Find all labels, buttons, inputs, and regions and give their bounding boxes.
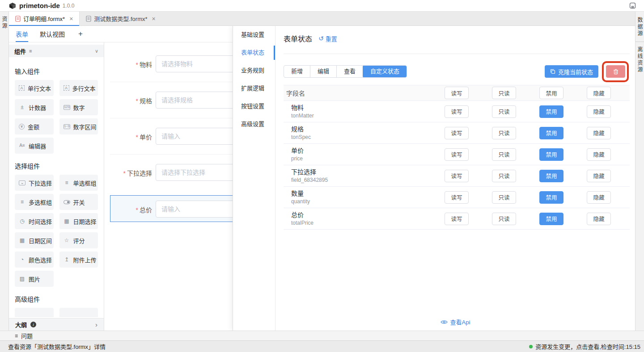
hidden-option-button[interactable]: 隐藏 [587,213,611,225]
state-tab-custom[interactable]: 自定义状态 [363,65,407,78]
component-number-range[interactable]: 1~3数字区间 [59,118,98,134]
readwrite-option-button[interactable]: 读写 [445,148,469,161]
outline-toggle[interactable]: 大纲 i › [9,318,104,331]
component-label: 数字区间 [73,122,97,131]
hidden-option-button[interactable]: 隐藏 [587,148,611,161]
readwrite-option-button[interactable]: 读写 [445,213,469,225]
dropdown-input[interactable] [156,164,233,181]
readonly-option-button[interactable]: 只读 [492,170,516,182]
table-row-quantity: 数量quantity 读写 只读 禁用 隐藏 [284,187,630,208]
component-label: 图片 [29,275,40,283]
problems-bar[interactable]: ≡ 问题 [0,331,644,340]
close-icon[interactable]: × [152,16,156,22]
total-price-input[interactable] [156,201,233,218]
clone-current-state-button[interactable]: 克隆当前状态 [545,65,598,78]
hidden-option-button[interactable]: 隐藏 [587,87,611,99]
field-label: *物料 [104,60,152,69]
menu-extension-logic[interactable]: 扩展逻辑 [233,80,275,97]
disabled-option-button[interactable]: 禁用 [539,148,564,161]
hidden-option-button[interactable]: 隐藏 [587,191,611,204]
component-image[interactable]: ▨图片 [15,271,54,287]
readonly-option-button[interactable]: 只读 [492,148,516,161]
menu-button-settings[interactable]: 按钮设置 [233,97,275,115]
menu-advanced-settings[interactable]: 高级设置 [233,115,275,133]
checkbox-group-icon: ≡ [19,199,25,205]
tab-default-view[interactable]: 默认视图 [40,26,65,42]
disabled-option-button[interactable]: 禁用 [539,87,564,99]
chevron-down-icon[interactable]: ∨ [95,48,98,54]
menu-business-rules[interactable]: 业务规则 [233,62,275,80]
disabled-option-button[interactable]: 禁用 [539,170,564,182]
disabled-option-button[interactable]: 禁用 [539,105,564,118]
state-tab-edit[interactable]: 编辑 [310,66,337,77]
component-button[interactable] [59,308,98,317]
spec-input[interactable] [156,92,233,109]
form-field-dropdown[interactable]: *下拉选择 [104,164,233,181]
tab-test-datatype-formx[interactable]: 测试数据类型.formx* × [80,12,161,25]
form-field-material[interactable]: *物料 [104,55,233,72]
component-rating[interactable]: ☆评分 [59,232,98,248]
readonly-option-button[interactable]: 只读 [492,87,516,99]
component-upload[interactable]: ↥附件上传 [59,251,98,268]
view-api-link[interactable]: 查看Api [275,318,635,326]
component-date-picker[interactable]: ▦日期选择 [59,213,98,229]
status-left-text[interactable]: 查看资源「测试数据类型.formx」详情 [8,342,106,351]
component-counter[interactable]: ±计数器 [15,99,54,115]
component-radio-group[interactable]: ≡单选框组 [59,175,98,191]
chevron-right-icon[interactable]: › [95,321,97,328]
add-view-button[interactable]: + [78,29,83,38]
state-tab-new[interactable]: 新增 [284,66,310,77]
menu-basic-settings[interactable]: 基础设置 [233,26,275,44]
component-label: 附件上传 [73,256,97,264]
close-icon[interactable]: × [69,16,73,22]
row-divider [110,82,233,82]
component-label: 评分 [73,236,85,245]
window-icon[interactable] [629,2,636,9]
offline-resources-rail-tab[interactable]: 离线资源 [636,46,644,73]
form-field-spec[interactable]: *规格 [104,92,233,109]
group-title: 输入组件 [15,68,98,75]
state-tab-view[interactable]: 查看 [337,66,363,77]
component-time-picker[interactable]: ◷时间选择 [15,213,54,229]
tab-form[interactable]: 表单 [16,26,28,42]
tab-order-detail-formx[interactable]: 订单明细.formx* × [9,12,80,25]
component-switch[interactable]: 开关 [59,194,98,210]
component-number[interactable]: 123数字 [59,99,98,115]
readonly-option-button[interactable]: 只读 [492,105,516,118]
app-logo-icon [9,2,16,9]
readonly-option-button[interactable]: 只读 [492,213,516,225]
form-field-unit-price[interactable]: *单价 [104,128,233,145]
component-editor[interactable]: A≡编辑器 [15,138,54,154]
delete-state-button[interactable] [606,65,625,78]
component-currency[interactable]: ¥金额 [15,118,54,134]
disabled-option-button[interactable]: 禁用 [539,213,564,225]
component-dropdown[interactable]: ⌄下拉选择 [15,175,54,191]
unit-price-input[interactable] [156,128,233,145]
menu-form-state[interactable]: 表单状态 [233,44,275,62]
component-checkbox-group[interactable]: ≡多选框组 [15,194,54,210]
readwrite-option-button[interactable]: 读写 [445,127,469,139]
readwrite-option-button[interactable]: 读写 [445,87,469,99]
readonly-option-button[interactable]: 只读 [492,191,516,204]
component-button[interactable] [15,308,54,317]
hidden-option-button[interactable]: 隐藏 [587,127,611,139]
form-field-total-price[interactable]: *总价 [104,201,233,218]
readonly-option-button[interactable]: 只读 [492,127,516,139]
reset-link[interactable]: ↺ 重置 [318,34,337,43]
component-multi-line-text[interactable]: A多行文本 [59,80,98,96]
status-right[interactable]: 资源发生变更，点击查看,检查时间:15:15 [529,342,640,351]
material-input[interactable] [156,55,233,72]
component-single-line-text[interactable]: A单行文本 [15,80,54,96]
readwrite-option-button[interactable]: 读写 [445,191,469,204]
readwrite-option-button[interactable]: 读写 [445,105,469,118]
hidden-option-button[interactable]: 隐藏 [587,170,611,182]
components-panel-header[interactable]: 组件 ≡ ∨ [9,45,104,57]
hidden-option-button[interactable]: 隐藏 [587,105,611,118]
disabled-option-button[interactable]: 禁用 [539,191,564,204]
component-date-range[interactable]: ▦日期区间 [15,232,54,248]
disabled-option-button[interactable]: 禁用 [539,127,564,139]
readwrite-option-button[interactable]: 读写 [445,170,469,182]
component-color-picker[interactable]: ◔颜色选择 [15,251,54,268]
datasource-rail-tab[interactable]: 数据源 [636,17,644,37]
resources-rail-tab[interactable]: 资源 [0,16,8,29]
